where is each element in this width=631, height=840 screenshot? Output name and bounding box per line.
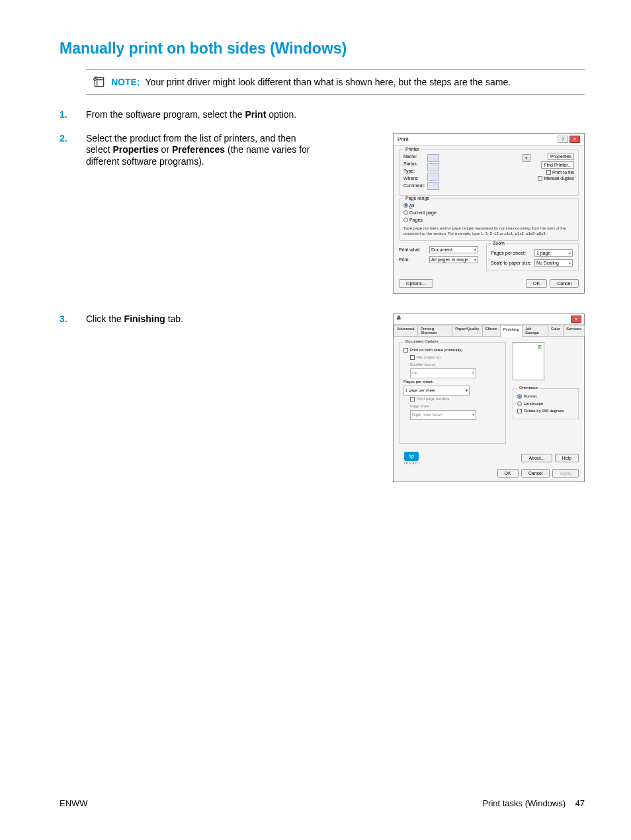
step-3-bold: Finishing	[124, 314, 165, 324]
cancel-button[interactable]: Cancel	[550, 279, 579, 288]
about-button[interactable]: About...	[521, 454, 552, 462]
tab-printing-shortcuts[interactable]: Printing Shortcuts	[417, 325, 453, 336]
print-both-sides-checkbox[interactable]: Print on both sides (manually)	[403, 347, 501, 354]
footer-page-number: 47	[575, 798, 585, 808]
all-text: ll	[412, 203, 414, 208]
range-current-radio[interactable]: Current page	[403, 209, 574, 216]
tab-color[interactable]: Color	[548, 325, 564, 336]
range-group-label: Page range	[403, 196, 431, 200]
doc-options-label: Document Options	[403, 339, 441, 343]
landscape-radio[interactable]: Landscape	[517, 400, 574, 407]
range-help-text: Type page numbers and/or page ranges sep…	[403, 226, 574, 236]
orientation-group-label: Orientation	[517, 386, 540, 390]
properties-button[interactable]: Properties	[548, 153, 574, 160]
step-2-bold-b: Preferences	[172, 144, 225, 155]
print-both-label: Print on both sides (manually)	[410, 347, 462, 354]
portrait-radio[interactable]: Portrait	[517, 393, 574, 400]
note-text: Your print driver might look different t…	[146, 77, 511, 87]
note-callout: NOTE: Your print driver might look diffe…	[86, 69, 585, 95]
flip-pages-checkbox: Flip pages up	[410, 354, 501, 361]
scale-value: No Scaling	[536, 261, 559, 265]
page-order-value: Right, then Down	[412, 411, 442, 419]
print-label: Print:	[399, 257, 427, 262]
print-to-file-checkbox[interactable]: Print to file	[546, 170, 574, 175]
printer-group-label: Printer	[403, 147, 421, 151]
manual-duplex-checkbox[interactable]: Manual duplex	[538, 176, 574, 181]
step-2-text: Select the product from the list of prin…	[86, 133, 311, 168]
step-1-text: From the software program, select the Pr…	[86, 109, 311, 121]
step-1-text-a: From the software program, select the	[86, 109, 245, 120]
flip-up-label: Flip pages up	[417, 354, 441, 361]
page-order-select: Right, then Down▾	[410, 410, 476, 420]
pages-per-sheet-value: 1 page	[536, 251, 550, 255]
print-borders-checkbox: Print page borders	[410, 396, 501, 403]
step-3-text-a: Click the	[86, 314, 124, 324]
pages-per-sheet-label: Pages per sheet:	[491, 251, 532, 255]
page-heading: Manually print on both sides (Windows)	[60, 40, 585, 58]
tab-advanced[interactable]: Advanced	[394, 325, 418, 336]
scale-select[interactable]: No Scaling▾	[534, 259, 573, 267]
props-titlebar: 🖶 ✕	[394, 314, 584, 325]
invent-text: invent	[404, 461, 421, 465]
properties-dialog: 🖶 ✕ Advanced Printing Shortcuts Paper/Qu…	[393, 314, 585, 482]
help-button[interactable]: ?	[558, 136, 568, 143]
manual-duplex-label: Manual duplex	[544, 176, 574, 181]
hp-logo-icon: hp	[404, 452, 419, 461]
tab-services[interactable]: Services	[563, 325, 585, 336]
props-title-icon: 🖶	[396, 315, 401, 323]
help-button2[interactable]: Help	[555, 454, 579, 462]
ok-button[interactable]: OK	[526, 279, 547, 288]
rotate-label: Rotate by 180 degrees	[524, 407, 564, 415]
where-label: Where:	[403, 175, 426, 182]
step-3-text-b: tab.	[165, 314, 183, 324]
status-label: Status:	[403, 160, 426, 167]
printer-select[interactable]: ▾	[427, 154, 530, 162]
close-button[interactable]: ✕	[569, 136, 580, 143]
booklet-layout-select: Off▾	[410, 368, 476, 378]
find-printer-button[interactable]: Find Printer...	[541, 161, 574, 169]
tabs-row: Advanced Printing Shortcuts Paper/Qualit…	[394, 325, 584, 337]
print-to-file-label: Print to file	[552, 170, 574, 175]
print-select[interactable]: All pages in range▾	[429, 256, 478, 263]
print-value: All pages in range	[431, 257, 468, 262]
props-ok-button[interactable]: OK	[497, 469, 519, 478]
step-2-bold-a: Properties	[112, 144, 158, 155]
print-what-select[interactable]: Document▾	[429, 246, 478, 253]
props-cancel-button[interactable]: Cancel	[521, 469, 550, 478]
type-label: Type:	[403, 167, 426, 175]
range-all-radio[interactable]: All	[403, 202, 574, 209]
note-label: NOTE:	[111, 77, 140, 87]
tab-job-storage[interactable]: Job Storage	[522, 325, 548, 336]
step-2-number: 2.	[60, 133, 86, 144]
zoom-group-label: Zoom	[491, 241, 507, 245]
tab-finishing[interactable]: Finishing	[500, 325, 523, 337]
tab-effects[interactable]: Effects	[482, 325, 501, 336]
footer-section-label: Print tasks (Windows)	[482, 798, 566, 808]
tab-paper-quality[interactable]: Paper/Quality	[452, 325, 482, 336]
pages-per-sheet-select[interactable]: 1 page▾	[534, 249, 573, 257]
print-what-value: Document	[431, 247, 452, 252]
step-3-text: Click the Finishing tab.	[86, 314, 311, 325]
printer-thumb	[427, 163, 439, 171]
footer-left: ENWW	[60, 798, 88, 808]
print-what-label: Print what:	[399, 247, 427, 252]
pages-per-sheet-label2: Pages per sheet:	[403, 378, 501, 386]
current-text: Current page	[409, 210, 437, 215]
props-close-button[interactable]: ✕	[571, 315, 581, 323]
comment-label: Comment:	[403, 182, 426, 189]
step-2-mid: or	[159, 144, 172, 155]
print-borders-label: Print page borders	[417, 396, 449, 403]
step-1-text-b: option.	[266, 109, 296, 120]
options-button[interactable]: Options...	[399, 279, 433, 288]
scale-label: Scale to paper size:	[491, 261, 532, 265]
page-preview	[513, 342, 544, 380]
range-pages-radio[interactable]: Pages:	[403, 216, 574, 224]
dialog-titlebar: Print ? ✕	[394, 134, 584, 146]
pages-per-sheet-select2[interactable]: 1 page per sheet▾	[403, 386, 470, 396]
step-1-number: 1.	[60, 109, 86, 120]
step-3-number: 3.	[60, 314, 86, 324]
props-apply-button[interactable]: Apply	[552, 469, 579, 478]
printer-thumb	[427, 173, 439, 181]
rotate-checkbox[interactable]: Rotate by 180 degrees	[517, 407, 574, 415]
pps-value: 1 page per sheet	[405, 387, 435, 394]
